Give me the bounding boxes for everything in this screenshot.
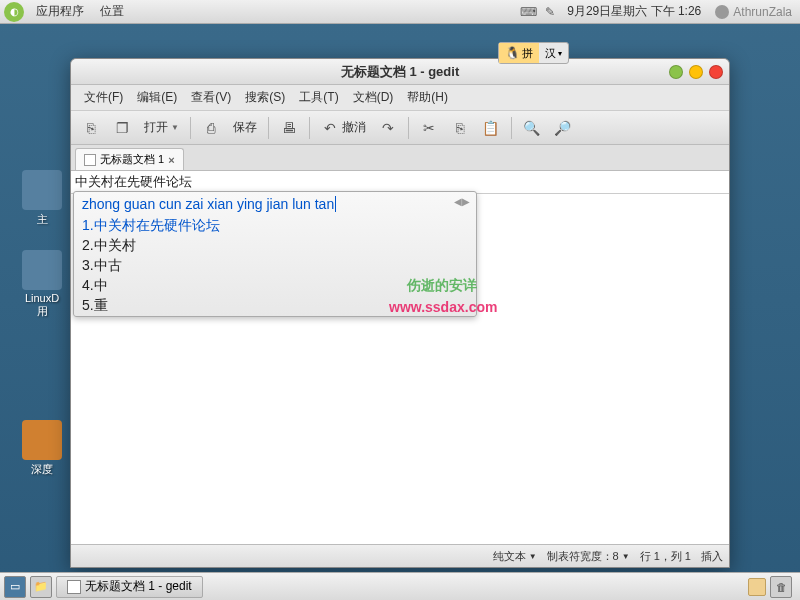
search-replace-icon: 🔎 — [554, 119, 572, 137]
desktop-icon-label: 主 — [12, 212, 72, 227]
chevron-down-icon: ▾ — [558, 49, 562, 58]
statusbar: 纯文本 ▼ 制表符宽度：8 ▼ 行 1，列 1 插入 — [71, 545, 729, 567]
titlebar[interactable]: 无标题文档 1 - gedit — [71, 59, 729, 85]
distro-logo-icon[interactable]: ◐ — [4, 2, 24, 22]
ime-candidate-1[interactable]: 1.中关村在先硬件论坛 — [74, 216, 476, 236]
menu-documents[interactable]: 文档(D) — [346, 87, 401, 108]
undo-button[interactable]: ↶ 撤消 — [316, 116, 371, 140]
menubar: 文件(F) 编辑(E) 查看(V) 搜索(S) 工具(T) 文档(D) 帮助(H… — [71, 85, 729, 111]
applications-menu[interactable]: 应用程序 — [28, 3, 92, 20]
save-as-button[interactable]: ⎙ — [197, 116, 225, 140]
chevron-down-icon: ▼ — [622, 552, 630, 561]
ime-tab-label: 汉 — [545, 46, 556, 61]
task-label: 无标题文档 1 - gedit — [85, 578, 192, 595]
new-tab-icon: ⎘ — [82, 119, 100, 137]
menu-tools[interactable]: 工具(T) — [292, 87, 345, 108]
cut-icon: ✂ — [420, 119, 438, 137]
open-button[interactable]: 打开 ▼ — [139, 116, 184, 139]
editor-area[interactable]: 中关村在先硬件论坛 zhong guan cun zai xian ying j… — [71, 171, 729, 545]
taskbar-tray: 🗑 — [748, 576, 796, 598]
notes-tray-icon[interactable] — [748, 578, 766, 596]
ime-nav-arrows[interactable]: ◀▶ — [454, 196, 470, 207]
tab-close-icon[interactable]: × — [168, 154, 174, 166]
document-tab[interactable]: 无标题文档 1 × — [75, 148, 184, 170]
folder-icon — [22, 420, 62, 460]
separator — [190, 117, 191, 139]
gedit-window: 无标题文档 1 - gedit 文件(F) 编辑(E) 查看(V) 搜索(S) … — [70, 58, 730, 568]
close-button[interactable] — [709, 65, 723, 79]
search-icon: 🔍 — [523, 119, 541, 137]
brush-tray-icon[interactable]: ✎ — [542, 4, 558, 20]
separator — [309, 117, 310, 139]
filetype-selector[interactable]: 纯文本 ▼ — [493, 549, 537, 564]
clock[interactable]: 9月29日星期六 下午 1:26 — [561, 3, 707, 20]
open-label: 打开 — [144, 119, 168, 136]
desktop-icon[interactable]: 深度 — [12, 420, 72, 477]
window-title: 无标题文档 1 - gedit — [341, 63, 459, 81]
top-panel: ◐ 应用程序 位置 ⌨ ✎ 9月29日星期六 下午 1:26 AthrunZal… — [0, 0, 800, 24]
menu-file[interactable]: 文件(F) — [77, 87, 130, 108]
taskbar-task-gedit[interactable]: 无标题文档 1 - gedit — [56, 576, 203, 598]
undo-label: 撤消 — [342, 119, 366, 136]
user-menu[interactable]: AthrunZala — [707, 5, 800, 19]
trash-tray-icon[interactable]: 🗑 — [770, 576, 792, 598]
new-window-button[interactable]: ❐ — [108, 116, 136, 140]
undo-icon: ↶ — [321, 119, 339, 137]
filetype-label: 纯文本 — [493, 549, 526, 564]
save-label: 保存 — [233, 119, 257, 136]
menu-edit[interactable]: 编辑(E) — [130, 87, 184, 108]
tabbar: 无标题文档 1 × — [71, 145, 729, 171]
separator — [408, 117, 409, 139]
ime-pinyin-text: zhong guan cun zai xian ying jian lun ta… — [82, 196, 336, 212]
folder-icon — [22, 250, 62, 290]
minimize-button[interactable] — [669, 65, 683, 79]
penguin-icon: 🐧 — [505, 46, 520, 60]
tabwidth-selector[interactable]: 制表符宽度：8 ▼ — [547, 549, 630, 564]
toolbar: ⎘ ❐ 打开 ▼ ⎙ 保存 🖶 ↶ 撤消 ↷ ✂ ⎘ 📋 🔍 🔎 — [71, 111, 729, 145]
keyboard-tray-icon[interactable]: ⌨ — [520, 4, 536, 20]
print-icon: 🖶 — [280, 119, 298, 137]
document-icon — [67, 580, 81, 594]
file-manager-launcher[interactable]: 📁 — [30, 576, 52, 598]
document-icon — [84, 154, 96, 166]
chevron-down-icon: ▼ — [171, 123, 179, 132]
places-menu[interactable]: 位置 — [92, 3, 132, 20]
cut-button[interactable]: ✂ — [415, 116, 443, 140]
new-tab-button[interactable]: ⎘ — [77, 116, 105, 140]
paste-button[interactable]: 📋 — [477, 116, 505, 140]
menu-search[interactable]: 搜索(S) — [238, 87, 292, 108]
username-label: AthrunZala — [733, 5, 792, 19]
cursor-position: 行 1，列 1 — [640, 549, 691, 564]
separator — [268, 117, 269, 139]
maximize-button[interactable] — [689, 65, 703, 79]
ime-indicator-bar[interactable]: 🐧 拼 汉 ▾ — [498, 42, 569, 64]
redo-button[interactable]: ↷ — [374, 116, 402, 140]
ime-candidate-3[interactable]: 3.中古 — [74, 256, 476, 276]
find-replace-button[interactable]: 🔎 — [549, 116, 577, 140]
folder-icon — [22, 170, 62, 210]
copy-button[interactable]: ⎘ — [446, 116, 474, 140]
menu-view[interactable]: 查看(V) — [184, 87, 238, 108]
print-button[interactable]: 🖶 — [275, 116, 303, 140]
ime-tab-han[interactable]: 汉 ▾ — [539, 43, 568, 63]
save-button[interactable]: 保存 — [228, 116, 262, 139]
watermark-url: www.ssdax.com — [389, 299, 497, 315]
ime-pinyin-row: zhong guan cun zai xian ying jian lun ta… — [74, 192, 476, 216]
ime-tab-label: 拼 — [522, 46, 533, 61]
user-avatar-icon — [715, 5, 729, 19]
copy-icon: ⎘ — [451, 119, 469, 137]
new-window-icon: ❐ — [113, 119, 131, 137]
separator — [511, 117, 512, 139]
menu-help[interactable]: 帮助(H) — [400, 87, 455, 108]
redo-icon: ↷ — [379, 119, 397, 137]
find-button[interactable]: 🔍 — [518, 116, 546, 140]
tab-label: 无标题文档 1 — [100, 152, 164, 167]
save-as-icon: ⎙ — [202, 119, 220, 137]
desktop-icon[interactable]: 主 — [12, 170, 72, 227]
ime-candidate-2[interactable]: 2.中关村 — [74, 236, 476, 256]
desktop-icon[interactable]: LinuxD 用 — [12, 250, 72, 319]
ime-tab-pinyin[interactable]: 🐧 拼 — [499, 43, 539, 63]
window-controls — [669, 65, 723, 79]
show-desktop-button[interactable]: ▭ — [4, 576, 26, 598]
desktop-icon-label: LinuxD 用 — [12, 292, 72, 319]
